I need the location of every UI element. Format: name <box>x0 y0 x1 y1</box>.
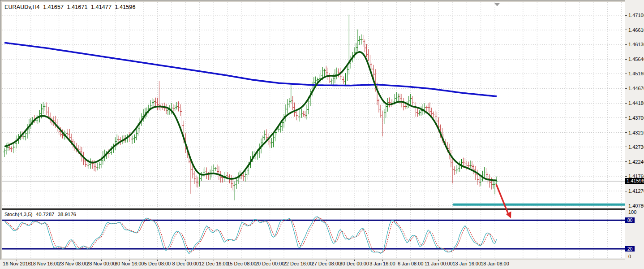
price-tick-mark <box>625 147 627 147</box>
price-scale-axis[interactable]: 1.471001.466101.461301.456401.451601.446… <box>625 0 644 260</box>
chart-window: EURAUDv,H4 1.41657 1.41671 1.41477 1.415… <box>0 0 644 269</box>
price-tick-label: 1.45640 <box>625 56 644 62</box>
price-tick-mark <box>625 206 627 206</box>
stochastic-name-label: Stoch(4,3,5) <box>4 212 33 217</box>
quote-open: 1.41657 <box>43 4 64 10</box>
price-tick-mark <box>625 88 627 89</box>
time-axis[interactable]: 16 Nov 201618 Nov 16:0023 Nov 08:0028 No… <box>0 260 644 269</box>
price-tick-mark <box>625 44 627 45</box>
price-tick-mark <box>625 30 627 30</box>
price-tick-mark <box>625 74 627 74</box>
price-tick-mark <box>625 15 627 16</box>
stochastic-header: Stoch(4,3,5) 40.7287 38.9176 <box>4 212 78 217</box>
quote-close: 1.41596 <box>115 4 136 10</box>
quote-low: 1.41477 <box>91 4 112 10</box>
price-tick-label: 1.42730 <box>625 144 644 150</box>
stochastic-main-value: 40.7287 <box>36 212 55 217</box>
quote-high: 1.41671 <box>67 4 88 10</box>
price-tick-label: 1.46130 <box>625 42 644 47</box>
price-tick-label: 1.46610 <box>625 27 644 33</box>
stochastic-panel[interactable] <box>2 209 625 259</box>
stoch-scale-label: 0 <box>628 254 631 259</box>
price-tick-mark <box>625 59 627 60</box>
symbol-period-label: EURAUDv,H4 <box>4 4 40 10</box>
stoch-level-20-badge: 20 <box>625 246 635 252</box>
price-tick-label: 1.43700 <box>625 115 644 121</box>
price-tick-label: 1.44180 <box>625 100 644 106</box>
chart-background <box>2 2 625 209</box>
price-tick-mark <box>625 132 627 133</box>
stoch-scale-label: 100 <box>628 209 636 215</box>
current-price-badge: 1.41596 <box>625 178 644 184</box>
stoch-level-80-badge: 80 <box>625 217 635 223</box>
price-tick-mark <box>625 191 627 191</box>
price-tick-label: 1.45160 <box>625 71 644 76</box>
stoch-background <box>2 209 625 259</box>
price-tick-label: 1.41270 <box>625 188 644 194</box>
quote-header: EURAUDv,H4 1.41657 1.41671 1.41477 1.415… <box>4 4 137 10</box>
price-tick-mark <box>625 176 627 177</box>
price-tick-mark <box>625 117 627 118</box>
candlestick-canvas <box>2 2 625 209</box>
price-tick-label: 1.47100 <box>625 13 644 18</box>
main-chart[interactable] <box>2 2 625 209</box>
price-tick-mark <box>625 103 627 104</box>
stochastic-canvas <box>2 209 625 259</box>
time-tick-label: 18 Jan 08:00 <box>476 261 514 266</box>
price-tick-mark <box>625 161 627 162</box>
stochastic-signal-value: 38.9176 <box>58 212 77 217</box>
price-tick-label: 1.40780 <box>625 203 644 208</box>
price-tick-label: 1.43210 <box>625 130 644 135</box>
price-tick-label: 1.44670 <box>625 86 644 91</box>
price-tick-label: 1.42240 <box>625 159 644 165</box>
